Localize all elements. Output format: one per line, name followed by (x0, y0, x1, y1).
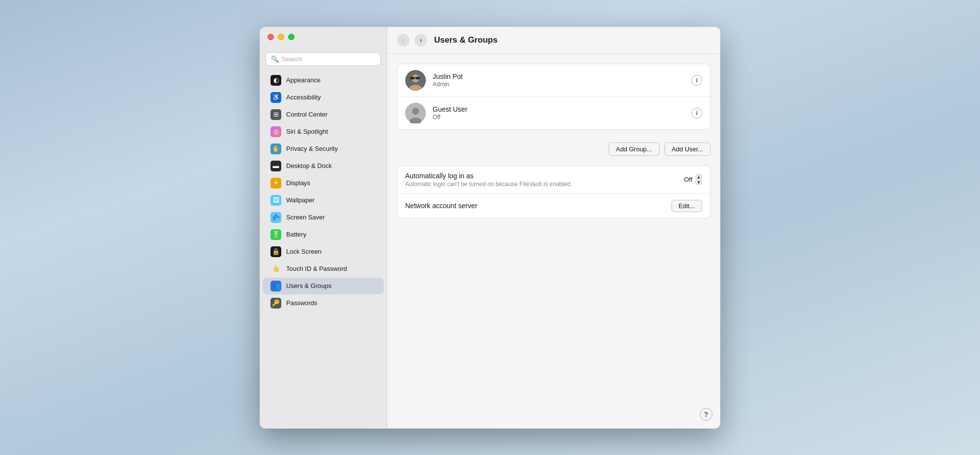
users-list: Justin Pot Admin i Guest User Off (397, 64, 710, 129)
sidebar-item-siri[interactable]: ◎ Siri & Spotlight (263, 123, 384, 140)
user-name: Guest User (433, 105, 685, 113)
sidebar-item-battery[interactable]: 🔋 Battery (263, 226, 384, 243)
help-button[interactable]: ? (700, 408, 712, 421)
sidebar-item-label: Displays (286, 179, 310, 187)
svg-rect-3 (410, 77, 415, 79)
sidebar-item-screensaver[interactable]: 💤 Screen Saver (263, 209, 384, 226)
auto-login-row: Automatically log in as Automatic login … (397, 166, 710, 193)
sidebar-item-label: Privacy & Security (286, 145, 338, 152)
touchid-icon: 👆 (270, 263, 281, 274)
lockscreen-icon: 🔒 (270, 246, 281, 257)
battery-icon: 🔋 (270, 229, 281, 240)
traffic-lights (260, 27, 302, 47)
header: ‹ › Users & Groups (387, 27, 720, 54)
auto-login-info: Automatically log in as Automatic login … (405, 172, 678, 188)
sidebar-item-label: Siri & Spotlight (286, 128, 328, 135)
sidebar-item-desktop[interactable]: ▬ Desktop & Dock (263, 158, 384, 174)
sidebar-item-passwords[interactable]: 🔑 Passwords (263, 295, 384, 311)
close-button[interactable] (268, 34, 274, 40)
chevron-left-icon: ‹ (402, 36, 405, 44)
forward-button[interactable]: › (415, 34, 427, 47)
content-area: Justin Pot Admin i Guest User Off (387, 54, 720, 429)
sidebar-item-label: Appearance (286, 76, 320, 84)
svg-rect-4 (416, 77, 420, 79)
search-icon: 🔍 (271, 55, 279, 63)
chevron-right-icon: › (420, 36, 422, 44)
user-row[interactable]: Guest User Off i (397, 96, 710, 129)
sidebar-item-label: Battery (286, 231, 306, 238)
stepper-down-button[interactable]: ▼ (695, 180, 702, 185)
minimize-button[interactable] (278, 34, 284, 40)
add-user-button[interactable]: Add User... (664, 143, 710, 156)
user-avatar (405, 103, 426, 123)
users-icon: 👥 (270, 281, 281, 291)
screensaver-icon: 💤 (270, 212, 281, 223)
edit-button[interactable]: Edit... (671, 200, 702, 212)
add-buttons-row: Add Group... Add User... (397, 138, 710, 158)
svg-point-7 (412, 108, 419, 115)
search-bar: 🔍 (266, 52, 381, 66)
sidebar-item-control-center[interactable]: ⊞ Control Center (263, 106, 384, 123)
search-input[interactable] (282, 55, 375, 63)
user-role: Admin (433, 81, 685, 88)
user-name: Justin Pot (433, 72, 685, 80)
info-icon: i (696, 110, 697, 117)
appearance-icon: ◐ (270, 75, 281, 86)
network-label: Network account server (405, 202, 665, 210)
user-avatar (405, 70, 426, 91)
sidebar-item-label: Lock Screen (286, 248, 321, 255)
sidebar-item-label: Screen Saver (286, 214, 325, 221)
user-info: Justin Pot Admin (433, 72, 685, 88)
user-info-button[interactable]: i (691, 108, 702, 119)
sidebar-item-label: Wallpaper (286, 196, 315, 204)
add-group-button[interactable]: Add Group... (609, 143, 660, 156)
sidebar-item-lockscreen[interactable]: 🔒 Lock Screen (263, 243, 384, 260)
user-info: Guest User Off (433, 105, 685, 120)
sidebar-item-label: Desktop & Dock (286, 162, 332, 169)
user-row[interactable]: Justin Pot Admin i (397, 64, 710, 96)
auto-login-label: Automatically log in as (405, 172, 678, 180)
network-row: Network account server Edit... (397, 193, 710, 218)
auto-login-control: Off ▲ ▼ (684, 174, 702, 185)
privacy-icon: ✋ (270, 144, 281, 154)
sidebar-item-label: Control Center (286, 111, 328, 118)
displays-icon: ✦ (270, 178, 281, 189)
sidebar-items: ◐ Appearance ♿ Accessibility ⊞ Control C… (260, 72, 387, 312)
sidebar-item-touchid[interactable]: 👆 Touch ID & Password (263, 261, 384, 277)
sidebar-item-label: Users & Groups (286, 282, 331, 289)
sidebar-item-appearance[interactable]: ◐ Appearance (263, 72, 384, 89)
user-info-button[interactable]: i (691, 75, 702, 86)
users-card: Justin Pot Admin i Guest User Off (397, 64, 710, 130)
siri-icon: ◎ (270, 126, 281, 137)
desktop-icon: ▬ (270, 161, 281, 171)
page-title: Users & Groups (434, 35, 497, 45)
back-button[interactable]: ‹ (397, 34, 410, 47)
stepper-up-button[interactable]: ▲ (695, 174, 702, 179)
accessibility-icon: ♿ (270, 92, 281, 103)
sidebar-item-label: Touch ID & Password (286, 265, 347, 272)
wallpaper-icon: 🖼 (270, 195, 281, 206)
sidebar-item-accessibility[interactable]: ♿ Accessibility (263, 89, 384, 106)
sidebar-item-wallpaper[interactable]: 🖼 Wallpaper (263, 192, 384, 209)
settings-card: Automatically log in as Automatic login … (397, 166, 710, 218)
sidebar-item-privacy[interactable]: ✋ Privacy & Security (263, 141, 384, 157)
main-window: 🔍 ◐ Appearance ♿ Accessibility ⊞ Control… (260, 27, 720, 429)
control-center-icon: ⊞ (270, 109, 281, 120)
main-content: ‹ › Users & Groups (387, 27, 720, 429)
user-role: Off (433, 114, 685, 120)
info-icon: i (696, 77, 697, 84)
auto-login-sub: Automatic login can't be turned on becau… (405, 181, 678, 188)
sidebar-item-label: Accessibility (286, 94, 321, 101)
passwords-icon: 🔑 (270, 298, 281, 309)
sidebar-item-users[interactable]: 👥 Users & Groups (263, 278, 384, 294)
maximize-button[interactable] (288, 34, 294, 40)
auto-login-value: Off (684, 176, 692, 183)
sidebar-item-displays[interactable]: ✦ Displays (263, 175, 384, 192)
sidebar-item-label: Passwords (286, 299, 318, 307)
sidebar: 🔍 ◐ Appearance ♿ Accessibility ⊞ Control… (260, 27, 387, 429)
network-info: Network account server (405, 202, 665, 210)
